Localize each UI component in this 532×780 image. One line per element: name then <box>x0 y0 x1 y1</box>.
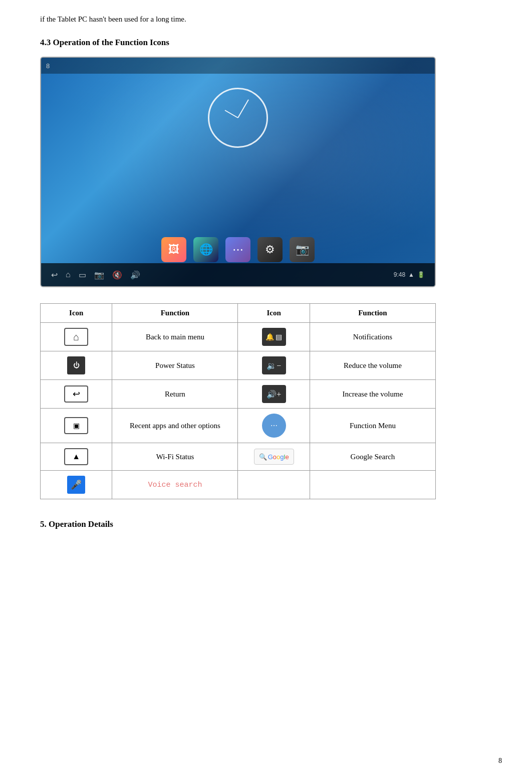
battery-icon: 🔋 <box>417 271 425 278</box>
icon-cell-notif: 🔔▤ <box>238 323 310 351</box>
col-header-func2: Function <box>310 304 435 323</box>
recent-nav-icon: ▭ <box>79 270 86 280</box>
power-icon: ⏻ <box>67 356 85 374</box>
google-logo: Google <box>268 453 289 461</box>
func-return: Return <box>112 380 238 409</box>
func-google-search: Google Search <box>310 443 435 471</box>
icon-cell-mic: 🎤 <box>41 471 112 499</box>
func-reduce-volume: Reduce the volume <box>310 351 435 380</box>
tablet-screenshot: 8 🖼 🌐 ⋯ ⚙ 📷 ↩ ⌂ ▭ 📷 🔇 🔊 9:48 ▲ 🔋 <box>40 57 436 287</box>
func-recent-apps: Recent apps and other options <box>112 409 238 443</box>
google-search-icon: 🔍 Google <box>254 449 294 465</box>
col-header-func1: Function <box>112 304 238 323</box>
func-wifi-status: Wi-Fi Status <box>112 443 238 471</box>
navbar-right: 9:48 ▲ 🔋 <box>394 271 425 278</box>
dock-icon-gallery: 🖼 <box>161 237 186 262</box>
clock-hour-hand <box>225 110 238 118</box>
section-43-title: 4.3 Operation of the Function Icons <box>40 38 492 48</box>
func-function-menu: Function Menu <box>310 409 435 443</box>
recent-apps-icon: ▣ <box>64 417 88 434</box>
return-icon: ↩ <box>64 385 88 403</box>
clock-widget <box>208 88 268 148</box>
icon-cell-google: 🔍 Google <box>238 443 310 471</box>
screenshot-nav-icon: 📷 <box>94 270 104 280</box>
tablet-navbar: ↩ ⌂ ▭ 📷 🔇 🔊 9:48 ▲ 🔋 <box>41 263 435 286</box>
icon-cell-empty <box>238 471 310 499</box>
page-number: 8 <box>498 757 502 765</box>
home-nav-icon: ⌂ <box>66 270 71 279</box>
function-icons-table: Icon Function Icon Function Back to main… <box>40 303 436 499</box>
clock-minute-hand <box>237 99 249 118</box>
intro-text: if the Tablet PC hasn't been used for a … <box>40 15 492 24</box>
microphone-icon: 🎤 <box>67 476 85 494</box>
table-row: ↩ Return 🔊+ Increase the volume <box>41 380 436 409</box>
col-header-icon2: Icon <box>238 304 310 323</box>
icon-cell-wifi: ▲ <box>41 443 112 471</box>
func-increase-volume: Increase the volume <box>310 380 435 409</box>
icon-cell-return: ↩ <box>41 380 112 409</box>
table-row: ⏻ Power Status 🔉− Reduce the volume <box>41 351 436 380</box>
tablet-top-bar: 8 <box>41 58 435 74</box>
vol-down-nav-icon: 🔇 <box>112 270 122 280</box>
tablet-app-dock: 🖼 🌐 ⋯ ⚙ 📷 <box>161 237 315 262</box>
icon-cell-power: ⏻ <box>41 351 112 380</box>
icon-cell-home <box>41 323 112 351</box>
table-row: ▲ Wi-Fi Status 🔍 Google Google Search <box>41 443 436 471</box>
notifications-icon: 🔔▤ <box>262 328 286 346</box>
dock-icon-settings: ⚙ <box>257 237 283 262</box>
volume-down-icon: 🔉− <box>262 356 286 374</box>
func-notifications: Notifications <box>310 323 435 351</box>
vol-up-nav-icon: 🔊 <box>130 270 140 280</box>
time-display: 9:48 <box>394 271 405 278</box>
icon-cell-func-menu: ⋯ <box>238 409 310 443</box>
dock-icon-apps: ⋯ <box>225 237 250 262</box>
wifi-icon: ▲ <box>64 448 88 465</box>
func-power-status: Power Status <box>112 351 238 380</box>
table-row: 🎤 Voice search <box>41 471 436 499</box>
home-icon <box>64 328 88 346</box>
icon-cell-vol-down: 🔉− <box>238 351 310 380</box>
func-empty <box>310 471 435 499</box>
function-menu-icon: ⋯ <box>262 414 286 438</box>
clock-circle <box>208 88 268 148</box>
func-voice-search: Voice search <box>112 471 238 499</box>
table-row: Back to main menu 🔔▤ Notifications <box>41 323 436 351</box>
back-nav-icon: ↩ <box>51 270 58 280</box>
section-5-title: 5. Operation Details <box>40 519 492 529</box>
dock-icon-browser: 🌐 <box>193 237 218 262</box>
icon-cell-recent: ▣ <box>41 409 112 443</box>
col-header-icon1: Icon <box>41 304 112 323</box>
navbar-left: ↩ ⌂ ▭ 📷 🔇 🔊 <box>51 270 140 280</box>
func-back-to-main: Back to main menu <box>112 323 238 351</box>
wifi-status-icon: ▲ <box>408 271 414 278</box>
dock-icon-camera: 📷 <box>290 237 315 262</box>
volume-up-icon: 🔊+ <box>262 385 286 403</box>
voice-search-label: Voice search <box>148 481 202 489</box>
icon-cell-vol-up: 🔊+ <box>238 380 310 409</box>
tab-label: 8 <box>46 62 50 70</box>
table-row: ▣ Recent apps and other options ⋯ Functi… <box>41 409 436 443</box>
